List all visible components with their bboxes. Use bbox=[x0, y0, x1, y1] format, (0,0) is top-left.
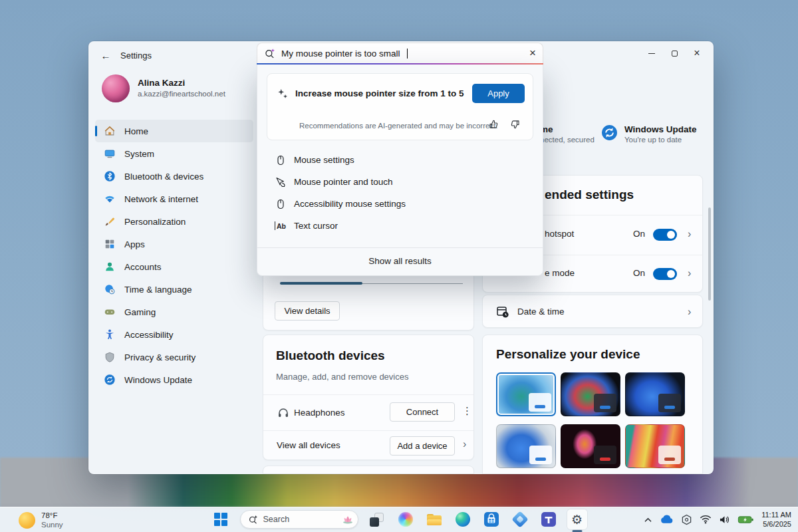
sidebar-item-network-internet[interactable]: Network & internet bbox=[95, 188, 253, 210]
result-mouse-settings[interactable]: Mouse settings bbox=[257, 149, 543, 171]
date-time-card[interactable]: Date & time › bbox=[482, 295, 703, 328]
sidebar-item-label: Time & language bbox=[124, 285, 192, 295]
chevron-right-icon: › bbox=[688, 307, 691, 317]
edge-icon bbox=[456, 512, 470, 527]
device-name: Headphones bbox=[294, 408, 345, 418]
show-all-results-link[interactable]: Show all results bbox=[257, 256, 543, 266]
theme-thumbnail-5[interactable] bbox=[561, 424, 620, 468]
minimize-button[interactable] bbox=[642, 44, 662, 63]
sidebar-item-apps[interactable]: Apps bbox=[95, 233, 253, 255]
microsoft-store-button[interactable] bbox=[481, 509, 501, 529]
avatar[interactable] bbox=[102, 74, 130, 102]
sidebar-item-time-language[interactable]: Time & language bbox=[95, 278, 253, 301]
sidebar-item-home[interactable]: Home bbox=[95, 120, 253, 142]
tray-clock[interactable]: 11:11 AM5/6/2025 bbox=[761, 510, 791, 529]
theme-thumbnail-4[interactable] bbox=[496, 424, 556, 468]
sidebar-item-bluetooth-devices[interactable]: Bluetooth & devices bbox=[95, 165, 253, 188]
settings-taskbar-button[interactable]: ⚙ bbox=[567, 509, 587, 529]
taskbar-search-box[interactable]: Search bbox=[240, 510, 358, 529]
ai-search-icon bbox=[264, 48, 275, 59]
mouse-icon bbox=[275, 155, 286, 166]
profile-email: a.kazzi@fineartschool.net bbox=[138, 90, 225, 98]
personalize-card: Personalize your device bbox=[482, 334, 703, 474]
bluetooth-card-subtitle: Manage, add, and remove devices bbox=[276, 372, 408, 382]
windows-update-header-status: You're up to date bbox=[624, 136, 682, 144]
sidebar-item-accessibility[interactable]: Accessibility bbox=[95, 323, 253, 346]
theme-thumbnail-6[interactable] bbox=[625, 424, 685, 468]
ai-search-icon bbox=[248, 515, 258, 525]
theme-thumbnail-2[interactable] bbox=[561, 372, 620, 416]
result-mouse-pointer-touch[interactable]: Mouse pointer and touch bbox=[257, 171, 543, 193]
search-query-text: My mouse pointer is too small bbox=[281, 49, 400, 59]
app-diamond-button[interactable] bbox=[510, 509, 530, 529]
add-device-button[interactable]: Add a device bbox=[390, 436, 455, 456]
start-button[interactable] bbox=[211, 509, 231, 529]
result-accessibility-mouse[interactable]: Accessibility mouse settings bbox=[257, 193, 543, 215]
sidebar-item-accounts[interactable]: Accounts bbox=[95, 255, 253, 278]
hotspot-toggle[interactable] bbox=[653, 229, 677, 241]
apply-button[interactable]: Apply bbox=[472, 84, 525, 103]
search-close-icon[interactable]: × bbox=[529, 47, 536, 60]
close-button[interactable]: × bbox=[687, 44, 707, 63]
mode-state: On bbox=[633, 268, 645, 278]
storage-progress-bar bbox=[280, 282, 463, 285]
task-view-button[interactable] bbox=[367, 509, 387, 529]
task-view-icon bbox=[370, 513, 384, 527]
tray-chevron-up-icon[interactable] bbox=[644, 517, 652, 523]
search-results-flyout: Increase mouse pointer size from 1 to 5 … bbox=[257, 65, 543, 276]
sidebar-item-label: Apps bbox=[124, 239, 145, 249]
theme-thumbnail-1[interactable] bbox=[496, 372, 556, 416]
ai-disclaimer: Recommendations are AI-generated and may… bbox=[299, 122, 498, 130]
sidebar-item-label: Bluetooth & devices bbox=[124, 172, 203, 182]
back-button[interactable]: ← bbox=[96, 47, 115, 64]
maximize-button[interactable] bbox=[664, 44, 684, 63]
thumbs-down-icon[interactable] bbox=[510, 119, 521, 130]
settings-search-input[interactable]: My mouse pointer is too small × bbox=[257, 43, 543, 63]
next-card-sliver bbox=[263, 466, 474, 474]
apps-icon bbox=[104, 238, 116, 250]
hotspot-label-fragment: hotspot bbox=[545, 229, 574, 239]
headphones-row[interactable]: Headphones Connect ⋮ bbox=[263, 394, 473, 430]
result-text-cursor[interactable]: Ab Text cursor bbox=[257, 215, 543, 237]
view-details-button[interactable]: View details bbox=[275, 301, 340, 321]
theme-thumbnail-3[interactable] bbox=[625, 372, 685, 416]
home-icon bbox=[104, 125, 116, 137]
tray-time: 11:11 AM bbox=[761, 511, 791, 519]
more-options-icon[interactable]: ⋮ bbox=[462, 405, 472, 417]
wifi-icon[interactable] bbox=[700, 515, 712, 524]
headphones-icon bbox=[277, 406, 290, 422]
system-icon bbox=[104, 148, 116, 160]
minimize-icon bbox=[648, 53, 655, 54]
mode-toggle[interactable] bbox=[653, 268, 677, 280]
sidebar-item-label: Accessibility bbox=[124, 330, 174, 340]
teams-icon bbox=[541, 512, 556, 527]
mode-label-fragment: e mode bbox=[545, 268, 575, 278]
file-explorer-button[interactable] bbox=[424, 509, 444, 529]
recommendation-text: Increase mouse pointer size from 1 to 5 bbox=[295, 88, 464, 98]
copilot-icon bbox=[398, 512, 413, 527]
tray-hexagon-icon[interactable] bbox=[681, 514, 692, 525]
sidebar-item-windows-update[interactable]: Windows Update bbox=[95, 368, 253, 391]
microsoft-store-icon bbox=[484, 512, 499, 527]
onedrive-cloud-icon[interactable] bbox=[660, 515, 674, 524]
sidebar-item-personalization[interactable]: Personalization bbox=[95, 210, 253, 233]
bluetooth-icon bbox=[104, 170, 116, 182]
search-underline bbox=[257, 63, 543, 65]
battery-charging-icon[interactable] bbox=[737, 515, 754, 524]
thumbs-up-icon[interactable] bbox=[488, 119, 499, 130]
volume-icon[interactable] bbox=[719, 515, 730, 525]
scrollbar-thumb[interactable] bbox=[708, 207, 711, 301]
connect-button[interactable]: Connect bbox=[390, 402, 455, 422]
sidebar-nav: Home System Bluetooth & devices Network … bbox=[95, 120, 253, 391]
sparkle-icon bbox=[277, 88, 289, 100]
view-all-devices-row[interactable]: View all devices Add a device › bbox=[263, 430, 473, 461]
teams-button[interactable] bbox=[539, 509, 559, 529]
copilot-button[interactable] bbox=[396, 509, 416, 529]
windows-update-header-title[interactable]: Windows Update bbox=[624, 124, 697, 134]
bluetooth-card-title: Bluetooth devices bbox=[276, 348, 385, 363]
sidebar-item-system[interactable]: System bbox=[95, 142, 253, 165]
sidebar-item-gaming[interactable]: Gaming bbox=[95, 301, 253, 323]
edge-button[interactable] bbox=[453, 509, 473, 529]
sidebar-item-privacy-security[interactable]: Privacy & security bbox=[95, 346, 253, 368]
recommended-settings-title-fragment: ended settings bbox=[545, 188, 634, 202]
